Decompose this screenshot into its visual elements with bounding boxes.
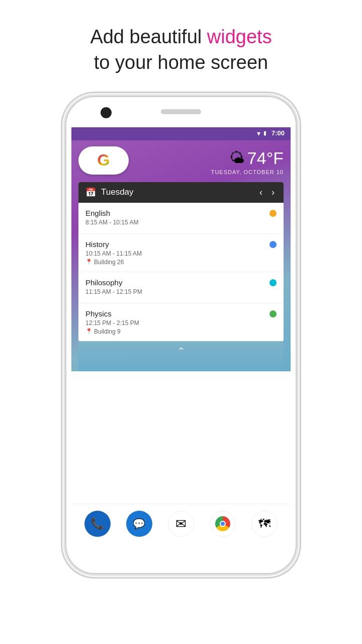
calendar-widget[interactable]: 📅 Tuesday ‹ › English 8:15 AM - 10:15 AM bbox=[78, 182, 284, 341]
wifi-icon: ▾ bbox=[257, 129, 260, 137]
event-info-philosophy: Philosophy 11:15 AM - 12:15 PM bbox=[85, 278, 269, 297]
phone-call-icon: 📞 bbox=[90, 517, 104, 530]
weather-sun-icon: 🌤 bbox=[229, 149, 244, 167]
calendar-icon: 📅 bbox=[85, 187, 96, 198]
event-time-philosophy: 11:15 AM - 12:15 PM bbox=[85, 288, 269, 295]
event-dot-physics bbox=[269, 310, 277, 317]
dock-messages-button[interactable]: 💬 bbox=[126, 511, 152, 537]
event-info-english: English 8:15 AM - 10:15 AM bbox=[85, 209, 269, 227]
earpiece-speaker bbox=[161, 109, 201, 114]
dock-chrome-button[interactable] bbox=[210, 511, 236, 537]
event-time-english: 8:15 AM - 10:15 AM bbox=[85, 219, 269, 226]
phone-top-bar bbox=[66, 97, 296, 127]
status-bar: ▾ ▮ 7:00 bbox=[71, 126, 291, 140]
event-time-physics: 12:15 PM - 2:15 PM bbox=[85, 319, 269, 327]
event-name-history: History bbox=[85, 240, 269, 249]
dock-gmail-button[interactable]: ✉ bbox=[168, 511, 194, 537]
event-dot-history bbox=[269, 241, 277, 248]
calendar-next-button[interactable]: › bbox=[269, 187, 277, 198]
event-item-philosophy[interactable]: Philosophy 11:15 AM - 12:15 PM bbox=[78, 272, 284, 303]
google-search-pill[interactable]: G bbox=[78, 146, 129, 175]
event-name-philosophy: Philosophy bbox=[85, 278, 269, 287]
weather-temperature: 74°F bbox=[247, 148, 284, 168]
front-camera bbox=[101, 107, 112, 118]
event-time-history: 10:15 AM - 11:15 AM bbox=[85, 250, 269, 257]
google-logo: G bbox=[98, 151, 110, 170]
phone-bottom-bar bbox=[66, 544, 296, 573]
volume-button bbox=[65, 178, 66, 198]
event-dot-english bbox=[269, 210, 277, 217]
status-time: 7:00 bbox=[272, 129, 285, 137]
calendar-day-label: Tuesday bbox=[101, 187, 252, 197]
phone-wrapper: ▾ ▮ 7:00 G 🌤 74°F bbox=[0, 91, 362, 644]
chevron-up-icon[interactable]: ⌃ bbox=[177, 345, 186, 357]
header-section: Add beautiful widgets to your home scree… bbox=[0, 0, 362, 91]
event-location-physics: 📍 Building 9 bbox=[85, 328, 269, 335]
event-item-english[interactable]: English 8:15 AM - 10:15 AM bbox=[78, 203, 284, 234]
event-name-english: English bbox=[85, 209, 269, 217]
event-location-text-physics: Building 9 bbox=[94, 328, 121, 335]
dock-maps-button[interactable]: 🗺 bbox=[251, 511, 278, 537]
event-item-history[interactable]: History 10:15 AM - 11:15 AM 📍 Building 2… bbox=[78, 234, 284, 272]
event-location-text-history: Building 26 bbox=[94, 259, 124, 266]
volume-down-button bbox=[296, 193, 297, 220]
chrome-center-dot bbox=[220, 521, 226, 527]
header-line2: to your home screen bbox=[94, 52, 268, 73]
weather-widget: 🌤 74°F TUESDAY, OCTOBER 10 bbox=[211, 146, 284, 175]
event-location-history: 📍 Building 26 bbox=[85, 259, 269, 266]
battery-icon: ▮ bbox=[263, 130, 266, 136]
bottom-wallpaper-strip: ⌃ bbox=[78, 341, 284, 371]
calendar-header: 📅 Tuesday ‹ › bbox=[78, 182, 284, 203]
messages-icon: 💬 bbox=[133, 518, 145, 530]
phone-dock: 📞 💬 ✉ 🗺 bbox=[71, 504, 291, 544]
phone-mockup: ▾ ▮ 7:00 G 🌤 74°F bbox=[65, 96, 297, 574]
status-icons: ▾ ▮ 7:00 bbox=[257, 129, 285, 137]
location-pin-icon: 📍 bbox=[85, 259, 93, 265]
header-plain-text: Add beautiful bbox=[90, 26, 207, 47]
dock-phone-button[interactable]: 📞 bbox=[84, 511, 111, 537]
chrome-ring-icon bbox=[215, 516, 230, 531]
power-button bbox=[296, 168, 297, 184]
event-info-history: History 10:15 AM - 11:15 AM 📍 Building 2… bbox=[85, 240, 269, 266]
location-pin-icon-2: 📍 bbox=[85, 328, 93, 335]
event-item-physics[interactable]: Physics 12:15 PM - 2:15 PM 📍 Building 9 bbox=[78, 303, 284, 341]
event-info-physics: Physics 12:15 PM - 2:15 PM 📍 Building 9 bbox=[85, 309, 269, 335]
wallpaper-area: G 🌤 74°F TUESDAY, OCTOBER 10 bbox=[71, 140, 291, 371]
gmail-icon: ✉ bbox=[175, 516, 187, 532]
top-row: G 🌤 74°F TUESDAY, OCTOBER 10 bbox=[78, 146, 284, 175]
header-highlight-text: widgets bbox=[207, 26, 272, 47]
weather-row: 🌤 74°F bbox=[211, 148, 284, 168]
calendar-prev-button[interactable]: ‹ bbox=[257, 187, 264, 198]
header-title: Add beautiful widgets to your home scree… bbox=[30, 24, 332, 76]
phone-screen: ▾ ▮ 7:00 G 🌤 74°F bbox=[71, 126, 291, 544]
maps-icon: 🗺 bbox=[258, 517, 270, 531]
event-dot-philosophy bbox=[269, 279, 277, 286]
weather-date: TUESDAY, OCTOBER 10 bbox=[211, 169, 284, 175]
event-name-physics: Physics bbox=[85, 309, 269, 318]
